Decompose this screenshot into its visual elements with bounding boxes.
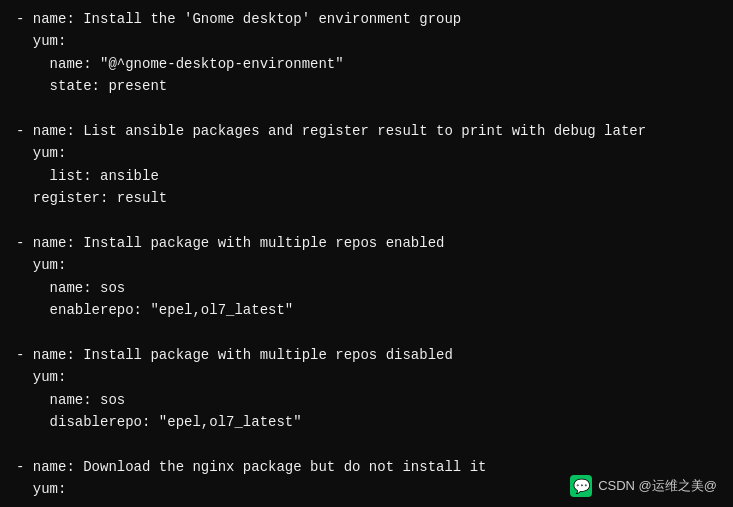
code-line bbox=[16, 321, 717, 343]
watermark: 💬 CSDN @运维之美@ bbox=[570, 475, 717, 497]
code-line bbox=[16, 210, 717, 232]
code-line: enablerepo: "epel,ol7_latest" bbox=[16, 299, 717, 321]
code-line: yum: bbox=[16, 30, 717, 52]
code-line: name: sos bbox=[16, 389, 717, 411]
code-line bbox=[16, 98, 717, 120]
code-line: - name: Install package with multiple re… bbox=[16, 344, 717, 366]
code-line: name: bbox=[16, 501, 717, 507]
code-line: yum: bbox=[16, 366, 717, 388]
watermark-text: CSDN @运维之美@ bbox=[598, 477, 717, 495]
code-line: - name: Install package with multiple re… bbox=[16, 232, 717, 254]
code-line bbox=[16, 433, 717, 455]
code-block: - name: Install the 'Gnome desktop' envi… bbox=[0, 0, 733, 507]
code-line: register: result bbox=[16, 187, 717, 209]
code-line: - name: List ansible packages and regist… bbox=[16, 120, 717, 142]
code-line: name: sos bbox=[16, 277, 717, 299]
wechat-icon: 💬 bbox=[570, 475, 592, 497]
code-line: yum: bbox=[16, 254, 717, 276]
code-line: yum: bbox=[16, 142, 717, 164]
code-line: state: present bbox=[16, 75, 717, 97]
code-line: list: ansible bbox=[16, 165, 717, 187]
code-line: disablerepo: "epel,ol7_latest" bbox=[16, 411, 717, 433]
code-line: name: "@^gnome-desktop-environment" bbox=[16, 53, 717, 75]
code-line: - name: Install the 'Gnome desktop' envi… bbox=[16, 8, 717, 30]
